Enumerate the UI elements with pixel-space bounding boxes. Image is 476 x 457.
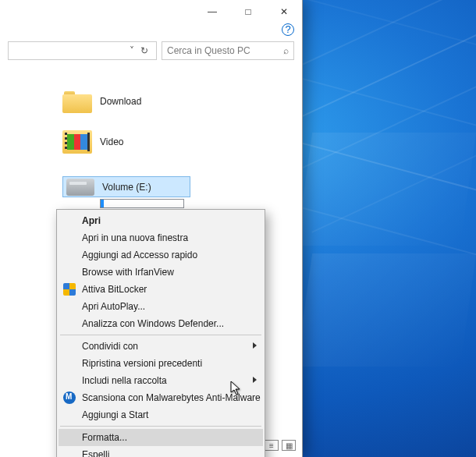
shield-icon bbox=[63, 283, 76, 296]
menu-item-label: Ripristina versioni precedenti bbox=[82, 358, 246, 369]
folder-icon bbox=[62, 90, 92, 113]
menu-item-analizza-con-windows-defender[interactable]: Analizza con Windows Defender... bbox=[59, 315, 263, 332]
menu-item-label: Analizza con Windows Defender... bbox=[82, 318, 246, 329]
menu-item-formatta[interactable]: Formatta... bbox=[59, 429, 263, 446]
refresh-icon[interactable]: ↻ bbox=[136, 45, 153, 56]
maximize-button[interactable]: □ bbox=[230, 0, 266, 23]
drive-item-volume-e[interactable]: Volume (E:) bbox=[62, 176, 190, 208]
menu-item-ripristina-versioni-precedenti[interactable]: Ripristina versioni precedenti bbox=[59, 355, 263, 372]
tiles-view-icon[interactable]: ▦ bbox=[282, 440, 296, 451]
menu-item-label: Includi nella raccolta bbox=[82, 375, 246, 386]
mouse-cursor-icon bbox=[230, 381, 243, 399]
menu-item-label: Condividi con bbox=[82, 341, 246, 352]
details-view-icon[interactable]: ≡ bbox=[265, 440, 279, 451]
context-menu: ApriApri in una nuova finestraAggiungi a… bbox=[56, 209, 265, 457]
drive-usage-bar bbox=[100, 199, 184, 208]
menu-item-label: Formatta... bbox=[82, 432, 246, 443]
drive-label: Volume (E:) bbox=[102, 182, 151, 193]
search-input[interactable]: Cerca in Questo PC ⌕ bbox=[162, 41, 294, 60]
menu-item-apri[interactable]: Apri bbox=[59, 212, 263, 229]
menu-item-browse-with-irfanview[interactable]: Browse with IrfanView bbox=[59, 264, 263, 281]
menu-item-label: Apri AutoPlay... bbox=[82, 301, 246, 312]
folder-label: Download bbox=[100, 96, 141, 107]
submenu-arrow-icon bbox=[253, 342, 257, 349]
menu-item-espelli[interactable]: Espelli bbox=[59, 446, 263, 457]
menu-item-label: Aggiungi ad Accesso rapido bbox=[82, 250, 246, 260]
close-button[interactable]: ✕ bbox=[266, 0, 302, 23]
menu-item-label: Apri bbox=[82, 215, 246, 226]
menu-separator bbox=[60, 426, 261, 427]
menu-item-condividi-con[interactable]: Condividi con bbox=[59, 338, 263, 355]
video-folder-icon bbox=[62, 130, 92, 154]
chevron-down-icon: ˅ bbox=[130, 45, 134, 56]
menu-item-label: Attiva BitLocker bbox=[82, 284, 246, 295]
folder-label: Video bbox=[100, 136, 123, 147]
drive-icon bbox=[66, 179, 94, 196]
malwarebytes-icon bbox=[63, 391, 76, 404]
submenu-arrow-icon bbox=[253, 377, 257, 383]
menu-item-apri-autoplay[interactable]: Apri AutoPlay... bbox=[59, 298, 263, 315]
menu-item-aggiungi-ad-accesso-rapido[interactable]: Aggiungi ad Accesso rapido bbox=[59, 246, 263, 264]
menu-item-attiva-bitlocker[interactable]: Attiva BitLocker bbox=[59, 281, 263, 298]
address-bar[interactable]: ˅ ↻ bbox=[8, 41, 157, 60]
menu-item-label: Apri in una nuova finestra bbox=[82, 232, 246, 243]
address-bar-row: ˅ ↻ Cerca in Questo PC ⌕ bbox=[0, 39, 302, 62]
menu-item-apri-in-una-nuova-finestra[interactable]: Apri in una nuova finestra bbox=[59, 229, 263, 246]
folder-item-video[interactable]: Video bbox=[0, 122, 302, 162]
search-placeholder: Cerca in Questo PC bbox=[167, 45, 283, 56]
menu-item-label: Browse with IrfanView bbox=[82, 267, 246, 278]
menu-item-label: Aggiungi a Start bbox=[82, 409, 246, 420]
menu-separator bbox=[60, 335, 261, 335]
help-icon[interactable]: ? bbox=[282, 23, 294, 36]
menu-item-aggiungi-a-start[interactable]: Aggiungi a Start bbox=[59, 406, 263, 423]
folder-item-download[interactable]: Download bbox=[0, 81, 302, 122]
menu-item-label: Espelli bbox=[82, 449, 246, 457]
window-titlebar: — □ ✕ bbox=[0, 0, 302, 23]
minimize-button[interactable]: — bbox=[194, 0, 230, 23]
search-icon: ⌕ bbox=[283, 45, 289, 56]
view-mode-icons[interactable]: ≡ ▦ bbox=[265, 440, 296, 451]
